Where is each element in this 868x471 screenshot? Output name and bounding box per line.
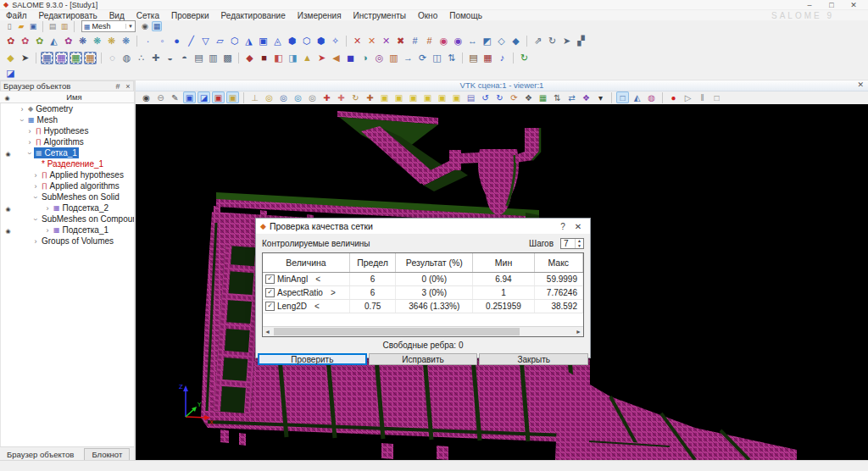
column-header[interactable]: Мин xyxy=(473,253,534,272)
menu-item-8[interactable]: Инструменты xyxy=(348,11,412,20)
maximize-icon[interactable]: □ xyxy=(821,1,843,9)
evaluate-mesh-icon[interactable]: ❋ xyxy=(105,35,118,47)
fit-selection-icon[interactable]: ◎ xyxy=(292,91,304,103)
rotation-transform-icon[interactable]: ⟳ xyxy=(416,52,429,64)
float-panel-icon[interactable]: # xyxy=(113,82,123,91)
quality-control-row[interactable]: ✓MinAngl<60 (0%)6.9459.9999 xyxy=(263,273,583,286)
dialog-close-icon[interactable]: ✕ xyxy=(570,222,586,231)
notebook-icon[interactable]: ♪ xyxy=(496,52,509,64)
vtk-viewer-close-icon[interactable]: ✕ xyxy=(857,80,864,89)
menu-item-3[interactable]: Вид xyxy=(103,11,131,20)
renumber-elements-icon[interactable]: # xyxy=(423,35,436,47)
construct-group-icon[interactable]: ◧ xyxy=(272,52,285,64)
rotate-clockwise-icon[interactable]: ⟳ xyxy=(508,91,520,103)
revolution-icon[interactable]: ↻ xyxy=(546,35,559,47)
tab-object-browser[interactable]: Браузер объектов xyxy=(0,449,81,460)
selection-arrow-icon[interactable]: ➤ xyxy=(19,52,31,64)
column-header[interactable]: Предел xyxy=(350,253,396,272)
steps-value[interactable]: 7 xyxy=(561,239,575,248)
fit-all-icon[interactable]: ◎ xyxy=(263,91,275,103)
menu-item-2[interactable]: Редактировать xyxy=(33,11,103,20)
expand-arrow-icon[interactable]: › xyxy=(43,204,52,213)
volume-selection-icon[interactable]: ▣ xyxy=(226,91,239,103)
symmetry-icon[interactable]: ◫ xyxy=(431,52,443,64)
clipping-icon[interactable]: ◓ xyxy=(178,52,191,64)
tree-item[interactable]: ∏Algorithms xyxy=(34,136,86,147)
close-panel-icon[interactable]: × xyxy=(123,82,133,91)
expand-arrow-icon[interactable]: › xyxy=(43,226,52,235)
menu-item-4[interactable]: Сетка xyxy=(131,11,165,20)
scroll-left-icon[interactable]: ◄ xyxy=(263,329,272,335)
fit-area-icon[interactable]: ◎ xyxy=(277,91,290,103)
add-polyhedron-icon[interactable]: ⬢ xyxy=(314,35,327,47)
quality-control-row[interactable]: ✓AspectRatio>63 (0%)17.76246 xyxy=(263,286,583,300)
name-column-header[interactable]: Имя xyxy=(14,92,134,102)
tree-item[interactable]: ∏Applied algorithms xyxy=(40,180,121,191)
node-filter-icon[interactable]: ▦ xyxy=(41,52,53,64)
dialog-help-icon[interactable]: ? xyxy=(555,222,570,231)
close-icon[interactable]: ✕ xyxy=(843,1,865,9)
pan-view-icon[interactable]: ✚ xyxy=(320,91,333,103)
parameters-dropdown-icon[interactable]: ▾ xyxy=(594,91,607,103)
pause-recording-icon[interactable]: ‖ xyxy=(696,91,709,103)
tree-row[interactable]: ›∏Applied hypotheses xyxy=(1,169,134,180)
delete-group-icon[interactable]: ◼ xyxy=(344,52,357,64)
tree-item[interactable]: ∏Applied hypotheses xyxy=(40,169,125,180)
copy-mesh-icon[interactable]: ✿ xyxy=(62,35,75,47)
entity-display-icon[interactable]: ▩ xyxy=(221,52,234,64)
interaction-style-icon[interactable]: ⊖ xyxy=(154,91,167,103)
tree-row[interactable]: ›∏Algorithms xyxy=(1,136,134,147)
start-recording-icon[interactable]: ● xyxy=(667,91,680,103)
cutting-of-quadrangles-icon[interactable]: ◆ xyxy=(509,35,522,47)
precompute-mesh-icon[interactable]: ❋ xyxy=(91,35,103,47)
create-mesh-icon[interactable]: ✿ xyxy=(4,35,17,47)
clear-mesh-data-icon[interactable]: ✖ xyxy=(394,35,407,47)
show-trihedron-icon[interactable]: ⊥ xyxy=(248,91,261,103)
nodes-mode-icon[interactable]: ∴ xyxy=(135,52,147,64)
close-button[interactable]: Закрыть xyxy=(479,353,588,365)
scroll-right-icon[interactable]: ► xyxy=(574,329,583,335)
mesh-information-icon[interactable]: ▦ xyxy=(152,21,162,31)
expand-arrow-icon[interactable]: › xyxy=(25,127,34,136)
steps-spinbox[interactable]: 7 ▲ ▼ xyxy=(560,238,584,249)
quality-control-row[interactable]: ✓Leng2D<0.753646 (1.33%)0.25195938.592 xyxy=(263,300,583,313)
front-view-icon[interactable]: ▣ xyxy=(378,91,391,103)
tab-notebook[interactable]: Блокнот xyxy=(84,448,130,460)
add-ball-element-icon[interactable]: ● xyxy=(170,35,183,47)
add-pyramid-icon[interactable]: ◬ xyxy=(271,35,284,47)
create-group-icon[interactable]: ◆ xyxy=(243,52,256,64)
tree-item[interactable]: ∏Hypotheses xyxy=(34,125,90,136)
extrusion-icon[interactable]: ⇗ xyxy=(531,35,544,47)
tree-item[interactable]: ◆Geometry xyxy=(26,103,75,114)
plot2d-icon[interactable]: ▦ xyxy=(481,52,494,64)
menu-item-7[interactable]: Измерения xyxy=(292,11,348,20)
control-checkbox[interactable]: ✓ xyxy=(265,302,275,311)
add-0d-element-icon[interactable]: ◦ xyxy=(156,35,169,47)
edge-selection-icon[interactable]: ◪ xyxy=(198,91,210,103)
tree-item[interactable]: ▦Подсетка_2 xyxy=(52,202,110,213)
volume-filter-icon[interactable]: ▦ xyxy=(84,52,97,64)
back-view-icon[interactable]: ▣ xyxy=(392,91,405,103)
create-group-from-geometry-icon[interactable]: ■ xyxy=(258,52,270,64)
left-view-icon[interactable]: ▣ xyxy=(436,91,448,103)
measurement-icon[interactable]: ◪ xyxy=(4,67,17,80)
remove-nodes-icon[interactable]: ✕ xyxy=(351,35,364,47)
add-triangle-icon[interactable]: ▽ xyxy=(199,35,212,47)
tree-row[interactable]: ›SubMeshes on Solid xyxy=(1,191,134,202)
menu-item-6[interactable]: Редактирование xyxy=(215,11,292,20)
tree-row[interactable]: * Разделение_1 xyxy=(1,158,134,169)
copy-icon[interactable]: ▤ xyxy=(47,21,58,31)
column-header[interactable]: Макс xyxy=(535,253,583,272)
merge-nodes-icon[interactable]: ◉ xyxy=(437,35,450,47)
scalar-bar-icon[interactable]: ▤ xyxy=(192,52,205,64)
chevron-down-icon[interactable]: ▼ xyxy=(125,24,135,29)
orbit-icon[interactable]: ❖ xyxy=(522,91,535,103)
view-parameters-icon[interactable]: ❖ xyxy=(580,91,593,103)
add-node-icon[interactable]: ∙ xyxy=(142,35,154,47)
file-info-icon[interactable]: ▤ xyxy=(467,52,480,64)
tree-row[interactable]: ◉›▦Сетка_1 xyxy=(1,147,134,158)
tree-row[interactable]: ◉›▦Подсетка_1 xyxy=(1,224,134,236)
tree-row[interactable]: ›∏Applied algorithms xyxy=(1,180,134,191)
play-recording-icon[interactable]: ▷ xyxy=(682,91,694,103)
extrusion-along-path-icon[interactable]: ➤ xyxy=(560,35,573,47)
